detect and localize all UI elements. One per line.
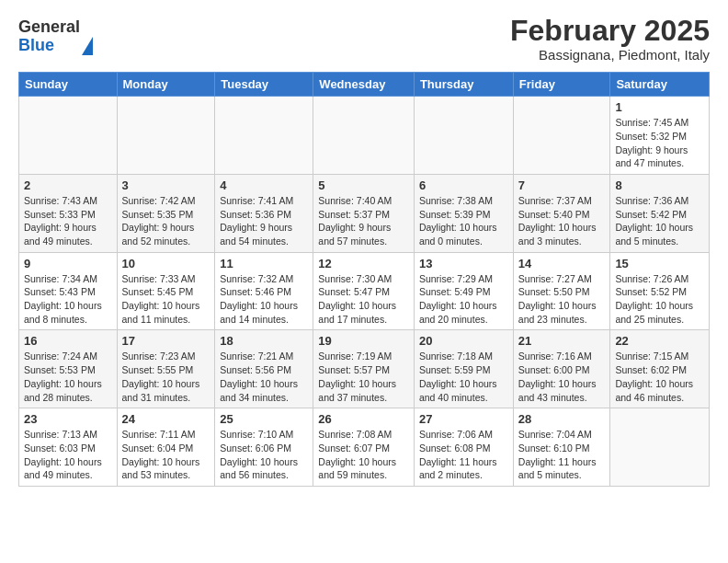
day-info-10: Sunrise: 7:33 AM Sunset: 5:45 PM Dayligh… <box>122 272 210 327</box>
day-number-11: 11 <box>220 257 308 270</box>
day-number-4: 4 <box>220 178 308 192</box>
calendar-title: February 2025 <box>510 15 710 47</box>
cell-w5-d2: 24Sunrise: 7:11 AM Sunset: 6:04 PM Dayli… <box>117 408 215 487</box>
cell-w5-d3: 25Sunrise: 7:10 AM Sunset: 6:06 PM Dayli… <box>215 408 313 487</box>
day-number-2: 2 <box>24 178 112 192</box>
col-wednesday: Wednesday <box>313 73 415 97</box>
day-info-6: Sunrise: 7:38 AM Sunset: 5:39 PM Dayligh… <box>419 194 508 248</box>
cell-w5-d1: 23Sunrise: 7:13 AM Sunset: 6:03 PM Dayli… <box>19 408 118 487</box>
week-row-1: 1Sunrise: 7:45 AM Sunset: 5:32 PM Daylig… <box>19 97 710 175</box>
day-info-25: Sunrise: 7:10 AM Sunset: 6:06 PM Dayligh… <box>220 428 308 482</box>
day-number-25: 25 <box>220 412 308 426</box>
day-info-20: Sunrise: 7:18 AM Sunset: 5:59 PM Dayligh… <box>419 350 508 404</box>
logo-triangle-icon <box>82 37 93 55</box>
cell-w2-d5: 6Sunrise: 7:38 AM Sunset: 5:39 PM Daylig… <box>414 174 513 252</box>
cell-w1-d5 <box>414 97 513 175</box>
day-number-15: 15 <box>615 257 704 270</box>
day-number-16: 16 <box>24 334 112 348</box>
cell-w1-d2 <box>117 97 215 175</box>
cell-w1-d1 <box>19 97 118 175</box>
cell-w3-d7: 15Sunrise: 7:26 AM Sunset: 5:52 PM Dayli… <box>610 252 710 330</box>
cell-w4-d5: 20Sunrise: 7:18 AM Sunset: 5:59 PM Dayli… <box>414 330 513 408</box>
day-info-21: Sunrise: 7:16 AM Sunset: 6:00 PM Dayligh… <box>518 350 606 404</box>
day-number-17: 17 <box>122 334 210 348</box>
col-sunday: Sunday <box>19 73 118 97</box>
cell-w4-d7: 22Sunrise: 7:15 AM Sunset: 6:02 PM Dayli… <box>610 330 710 408</box>
day-info-2: Sunrise: 7:43 AM Sunset: 5:33 PM Dayligh… <box>24 194 112 248</box>
cell-w1-d7: 1Sunrise: 7:45 AM Sunset: 5:32 PM Daylig… <box>610 97 710 175</box>
page: General Blue February 2025 Bassignana, P… <box>0 0 728 501</box>
cell-w2-d7: 8Sunrise: 7:36 AM Sunset: 5:42 PM Daylig… <box>610 174 710 252</box>
day-number-23: 23 <box>24 412 112 426</box>
day-info-24: Sunrise: 7:11 AM Sunset: 6:04 PM Dayligh… <box>122 428 210 482</box>
cell-w3-d3: 11Sunrise: 7:32 AM Sunset: 5:46 PM Dayli… <box>215 252 313 330</box>
day-info-14: Sunrise: 7:27 AM Sunset: 5:50 PM Dayligh… <box>518 272 606 327</box>
day-info-15: Sunrise: 7:26 AM Sunset: 5:52 PM Dayligh… <box>615 272 704 327</box>
col-saturday: Saturday <box>610 73 710 97</box>
day-number-6: 6 <box>419 178 508 192</box>
day-info-8: Sunrise: 7:36 AM Sunset: 5:42 PM Dayligh… <box>615 194 704 248</box>
cell-w1-d3 <box>215 97 313 175</box>
cell-w4-d1: 16Sunrise: 7:24 AM Sunset: 5:53 PM Dayli… <box>19 330 118 408</box>
day-info-4: Sunrise: 7:41 AM Sunset: 5:36 PM Dayligh… <box>220 194 308 248</box>
day-number-5: 5 <box>318 178 409 192</box>
day-number-27: 27 <box>419 412 508 426</box>
cell-w3-d6: 14Sunrise: 7:27 AM Sunset: 5:50 PM Dayli… <box>513 252 610 330</box>
day-info-12: Sunrise: 7:30 AM Sunset: 5:47 PM Dayligh… <box>318 272 409 327</box>
cell-w2-d1: 2Sunrise: 7:43 AM Sunset: 5:33 PM Daylig… <box>19 174 118 252</box>
cell-w2-d2: 3Sunrise: 7:42 AM Sunset: 5:35 PM Daylig… <box>117 174 215 252</box>
cell-w4-d6: 21Sunrise: 7:16 AM Sunset: 6:00 PM Dayli… <box>513 330 610 408</box>
cell-w3-d5: 13Sunrise: 7:29 AM Sunset: 5:49 PM Dayli… <box>414 252 513 330</box>
day-number-12: 12 <box>318 257 409 270</box>
day-info-3: Sunrise: 7:42 AM Sunset: 5:35 PM Dayligh… <box>122 194 210 248</box>
cell-w3-d1: 9Sunrise: 7:34 AM Sunset: 5:43 PM Daylig… <box>19 252 118 330</box>
day-number-21: 21 <box>518 334 606 348</box>
cell-w3-d2: 10Sunrise: 7:33 AM Sunset: 5:45 PM Dayli… <box>117 252 215 330</box>
day-info-16: Sunrise: 7:24 AM Sunset: 5:53 PM Dayligh… <box>24 350 112 404</box>
day-info-28: Sunrise: 7:04 AM Sunset: 6:10 PM Dayligh… <box>518 428 606 482</box>
week-row-2: 2Sunrise: 7:43 AM Sunset: 5:33 PM Daylig… <box>19 174 710 252</box>
day-info-22: Sunrise: 7:15 AM Sunset: 6:02 PM Dayligh… <box>615 350 704 404</box>
cell-w4-d4: 19Sunrise: 7:19 AM Sunset: 5:57 PM Dayli… <box>313 330 415 408</box>
day-info-26: Sunrise: 7:08 AM Sunset: 6:07 PM Dayligh… <box>318 428 409 482</box>
col-tuesday: Tuesday <box>215 73 313 97</box>
day-info-18: Sunrise: 7:21 AM Sunset: 5:56 PM Dayligh… <box>220 350 308 404</box>
day-info-13: Sunrise: 7:29 AM Sunset: 5:49 PM Dayligh… <box>419 272 508 327</box>
calendar-subtitle: Bassignana, Piedmont, Italy <box>510 47 710 63</box>
logo: General Blue <box>18 18 93 55</box>
logo-general: General <box>18 18 80 37</box>
calendar-table: Sunday Monday Tuesday Wednesday Thursday… <box>18 72 710 487</box>
cell-w5-d5: 27Sunrise: 7:06 AM Sunset: 6:08 PM Dayli… <box>414 408 513 487</box>
cell-w5-d6: 28Sunrise: 7:04 AM Sunset: 6:10 PM Dayli… <box>513 408 610 487</box>
day-number-13: 13 <box>419 257 508 270</box>
day-info-23: Sunrise: 7:13 AM Sunset: 6:03 PM Dayligh… <box>24 428 112 482</box>
week-row-4: 16Sunrise: 7:24 AM Sunset: 5:53 PM Dayli… <box>19 330 710 408</box>
day-number-1: 1 <box>615 100 704 114</box>
day-number-24: 24 <box>122 412 210 426</box>
logo-text: General Blue <box>18 18 80 55</box>
cell-w5-d7 <box>610 408 710 487</box>
day-number-18: 18 <box>220 334 308 348</box>
cell-w2-d6: 7Sunrise: 7:37 AM Sunset: 5:40 PM Daylig… <box>513 174 610 252</box>
day-info-7: Sunrise: 7:37 AM Sunset: 5:40 PM Dayligh… <box>518 194 606 248</box>
cell-w2-d4: 5Sunrise: 7:40 AM Sunset: 5:37 PM Daylig… <box>313 174 415 252</box>
day-number-10: 10 <box>122 257 210 270</box>
day-info-19: Sunrise: 7:19 AM Sunset: 5:57 PM Dayligh… <box>318 350 409 404</box>
col-friday: Friday <box>513 73 610 97</box>
day-number-28: 28 <box>518 412 606 426</box>
col-monday: Monday <box>117 73 215 97</box>
cell-w4-d3: 18Sunrise: 7:21 AM Sunset: 5:56 PM Dayli… <box>215 330 313 408</box>
cell-w4-d2: 17Sunrise: 7:23 AM Sunset: 5:55 PM Dayli… <box>117 330 215 408</box>
logo-icon: General Blue <box>18 18 93 55</box>
day-number-3: 3 <box>122 178 210 192</box>
day-number-14: 14 <box>518 257 606 270</box>
day-number-9: 9 <box>24 257 112 270</box>
day-number-22: 22 <box>615 334 704 348</box>
day-number-8: 8 <box>615 178 704 192</box>
day-number-26: 26 <box>318 412 409 426</box>
cell-w1-d6 <box>513 97 610 175</box>
day-number-20: 20 <box>419 334 508 348</box>
day-info-17: Sunrise: 7:23 AM Sunset: 5:55 PM Dayligh… <box>122 350 210 404</box>
logo-blue: Blue <box>18 37 80 55</box>
week-row-5: 23Sunrise: 7:13 AM Sunset: 6:03 PM Dayli… <box>19 408 710 487</box>
